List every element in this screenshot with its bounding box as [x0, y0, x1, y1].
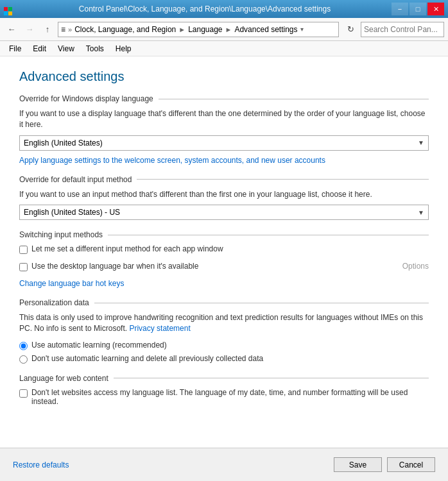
section-header-input-method: Override for default input method — [19, 175, 429, 184]
radio-no-auto-learning[interactable] — [19, 355, 28, 364]
breadcrumb: ≡ » Clock, Language, and Region ► Langua… — [61, 25, 298, 34]
checkbox-row-lang-bar: Use the desktop language bar when it's a… — [19, 262, 402, 271]
maximize-button[interactable]: □ — [409, 3, 426, 15]
window-controls: − □ ✕ — [392, 3, 444, 15]
section-divider — [137, 179, 429, 180]
bottom-left: Restore defaults — [13, 460, 69, 469]
search-box[interactable]: 🔍 — [361, 22, 444, 37]
display-language-dropdown[interactable]: English (United States) ▼ English (Unite… — [19, 135, 429, 151]
display-language-desc: If you want to use a display language th… — [19, 108, 429, 130]
bottom-bar: Restore defaults Save Cancel — [0, 448, 448, 481]
radio-no-auto-label[interactable]: Don't use automatic learning and delete … — [31, 354, 263, 363]
section-header-web-content: Language for web content — [19, 374, 429, 383]
menu-tools[interactable]: Tools — [81, 43, 109, 55]
section-personalization: Personalization data This data is only u… — [19, 298, 429, 364]
app-icon — [4, 4, 14, 14]
menu-view[interactable]: View — [53, 43, 80, 55]
address-dropdown-arrow[interactable]: ▾ — [300, 26, 304, 33]
menu-help[interactable]: Help — [110, 43, 137, 55]
breadcrumb-language[interactable]: Language — [188, 25, 222, 34]
checkbox-web-content[interactable] — [19, 389, 28, 398]
checkbox-row-web: Don't let websites access my language li… — [19, 388, 429, 406]
title-bar: Control Panel\Clock, Language, and Regio… — [0, 0, 448, 18]
section-display-language: Override for Windows display language If… — [19, 94, 429, 165]
menu-edit[interactable]: Edit — [28, 43, 51, 55]
checkbox-lang-bar-label[interactable]: Use the desktop language bar when it's a… — [31, 262, 198, 271]
checkbox-per-app-label[interactable]: Let me set a different input method for … — [31, 244, 223, 253]
section-divider — [114, 378, 429, 378]
menu-file[interactable]: File — [4, 43, 26, 55]
search-input[interactable] — [364, 25, 448, 34]
input-method-dropdown[interactable]: English (United States) - US ▼ English (… — [19, 205, 429, 220]
checkbox-lang-bar[interactable] — [19, 263, 28, 271]
personalization-desc-text: This data is only used to improve handwr… — [19, 313, 423, 333]
section-divider — [108, 235, 429, 235]
close-button[interactable]: ✕ — [427, 3, 444, 15]
save-button[interactable]: Save — [334, 457, 382, 472]
section-divider — [94, 303, 429, 303]
section-title-web-content: Language for web content — [19, 374, 108, 383]
address-bar[interactable]: ≡ » Clock, Language, and Region ► Langua… — [58, 22, 339, 37]
personalization-desc: This data is only used to improve handwr… — [19, 312, 429, 334]
menu-bar: File Edit View Tools Help — [0, 41, 448, 56]
input-method-desc: If you want to use an input method that'… — [19, 189, 429, 200]
restore-defaults-link[interactable]: Restore defaults — [13, 460, 69, 469]
section-title-switching: Switching input methods — [19, 230, 103, 239]
refresh-button[interactable]: ↻ — [343, 22, 358, 37]
privacy-statement-link[interactable]: Privacy statement — [129, 324, 190, 333]
section-header-display-language: Override for Windows display language — [19, 94, 429, 103]
section-input-method: Override for default input method If you… — [19, 175, 429, 221]
up-button[interactable]: ↑ — [40, 22, 55, 37]
radio-auto-learning[interactable] — [19, 342, 28, 350]
section-switching: Switching input methods Let me set a dif… — [19, 230, 429, 288]
breadcrumb-advanced[interactable]: Advanced settings — [234, 25, 297, 34]
navigation-bar: ← → ↑ ≡ » Clock, Language, and Region ► … — [0, 18, 448, 41]
checkbox-row-per-app: Let me set a different input method for … — [19, 244, 429, 254]
section-header-switching: Switching input methods — [19, 230, 429, 239]
radio-row-no-auto: Don't use automatic learning and delete … — [19, 354, 429, 364]
checkbox-web-label[interactable]: Don't let websites access my language li… — [31, 388, 429, 406]
breadcrumb-clock[interactable]: Clock, Language, and Region — [74, 25, 176, 34]
bottom-right: Save Cancel — [334, 457, 435, 472]
radio-row-auto: Use automatic learning (recommended) — [19, 341, 429, 350]
section-web-content: Language for web content Don't let websi… — [19, 374, 429, 406]
checkbox-per-app[interactable] — [19, 246, 28, 254]
apply-language-link[interactable]: Apply language settings to the welcome s… — [19, 156, 325, 165]
section-header-personalization: Personalization data — [19, 298, 429, 307]
cancel-button[interactable]: Cancel — [387, 457, 435, 472]
forward-button[interactable]: → — [22, 22, 37, 37]
breadcrumb-root: ≡ — [61, 25, 65, 34]
section-title-personalization: Personalization data — [19, 298, 89, 307]
section-divider — [159, 99, 429, 99]
minimize-button[interactable]: − — [392, 3, 408, 15]
section-title-display-language: Override for Windows display language — [19, 94, 153, 103]
change-hotkeys-link[interactable]: Change language bar hot keys — [19, 279, 124, 288]
options-link[interactable]: Options — [402, 262, 429, 271]
section-title-input-method: Override for default input method — [19, 175, 132, 184]
back-button[interactable]: ← — [4, 22, 19, 37]
window-title: Control Panel\Clock, Language, and Regio… — [18, 4, 392, 13]
main-content: Advanced settings Override for Windows d… — [0, 56, 448, 448]
page-title: Advanced settings — [19, 69, 429, 84]
radio-auto-label[interactable]: Use automatic learning (recommended) — [31, 341, 167, 350]
